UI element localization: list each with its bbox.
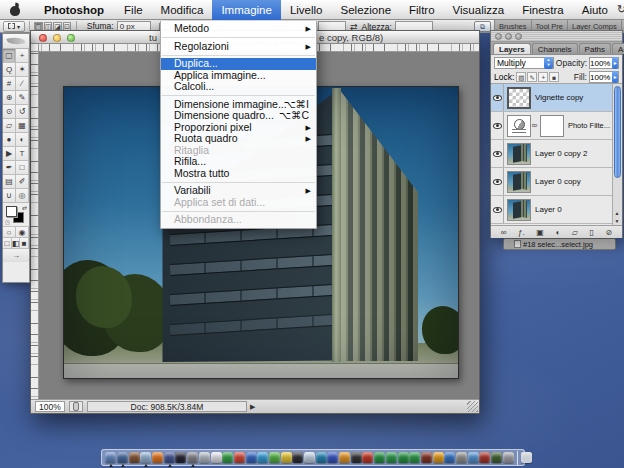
palette-titlebar[interactable] <box>491 31 622 42</box>
scroll-down-icon[interactable]: ▼ <box>613 217 621 225</box>
scrollbar-thumb[interactable] <box>614 86 621 178</box>
dock-icon[interactable] <box>164 452 175 463</box>
tab-actions[interactable]: Actions <box>612 43 624 54</box>
tab-paths[interactable]: Paths <box>579 43 611 54</box>
eye-icon[interactable] <box>493 179 502 185</box>
menu-modifica[interactable]: Modifica <box>152 0 213 20</box>
dock-icon[interactable] <box>479 452 490 463</box>
dock-icon[interactable] <box>269 452 280 463</box>
dock-icon[interactable] <box>491 452 502 463</box>
menu-filtro[interactable]: Filtro <box>400 0 444 20</box>
brush-tool[interactable]: ✎ <box>16 91 29 105</box>
dock-icon[interactable] <box>327 452 338 463</box>
menu-aiuto[interactable]: Aiuto <box>573 0 617 20</box>
opacity-slider-arrow-icon[interactable]: ▸ <box>612 57 618 69</box>
dock-icon[interactable] <box>351 452 362 463</box>
lasso-tool[interactable]: Q <box>3 63 16 77</box>
window-resize-grip[interactable] <box>467 401 478 412</box>
mask-mode-button[interactable]: ○ <box>3 227 16 238</box>
pen-tool[interactable]: ✒ <box>3 161 16 175</box>
visibility-cell[interactable] <box>491 140 504 167</box>
dock-icon[interactable] <box>234 452 245 463</box>
menu-immagine[interactable]: Immagine <box>212 0 281 20</box>
dock-icon[interactable] <box>117 452 128 463</box>
palette-scrollbar[interactable]: ▲ ▼ <box>612 84 622 225</box>
tab-channels[interactable]: Channels <box>532 43 578 54</box>
dock-icon[interactable] <box>362 452 373 463</box>
clone-stamp-tool[interactable]: ⊙ <box>3 105 16 119</box>
dock-icon[interactable] <box>129 452 140 463</box>
menu-photoshop[interactable]: Photoshop <box>35 0 115 20</box>
rectangular-marquee-tool[interactable]: ▢ <box>3 49 16 63</box>
zoom-tool[interactable]: ◎ <box>16 189 29 203</box>
eye-icon[interactable] <box>493 151 502 157</box>
visibility-cell[interactable] <box>491 112 504 139</box>
lock-toggle-icon[interactable]: + <box>538 72 548 82</box>
minimized-document-tab[interactable]: #18 selec...select.jpg <box>503 238 616 250</box>
layer-row[interactable]: Layer 0 <box>491 196 614 224</box>
dock-icon[interactable] <box>281 452 292 463</box>
menu-item-regolazioni[interactable]: Regolazioni▶ <box>161 41 316 53</box>
slice-tool[interactable]: ∕ <box>16 77 29 91</box>
tool-preset-picker[interactable]: ▾ <box>3 21 25 32</box>
menu-selezione[interactable]: Selezione <box>332 0 401 20</box>
type-tool[interactable]: T <box>16 147 29 161</box>
dock-icon[interactable] <box>398 452 409 463</box>
menu-finestra[interactable]: Finestra <box>513 0 573 20</box>
fill-slider-arrow-icon[interactable]: ▸ <box>612 71 618 83</box>
dock-icon[interactable] <box>456 452 467 463</box>
path-selection-tool[interactable]: ▶ <box>3 147 16 161</box>
eye-icon[interactable] <box>493 95 502 101</box>
dock-icon[interactable] <box>386 452 397 463</box>
dock-icon[interactable] <box>292 452 303 463</box>
menu-item-metodo[interactable]: Metodo▶ <box>161 23 316 35</box>
hand-tool[interactable]: ∪ <box>3 189 16 203</box>
foreground-color-swatch[interactable] <box>6 206 17 217</box>
visibility-cell[interactable] <box>491 84 504 111</box>
lock-toggle-icon[interactable]: ✎ <box>527 72 537 82</box>
link-layers-icon[interactable]: ∞ <box>501 228 507 237</box>
layer-row[interactable]: Layer 0 copy 2 <box>491 140 614 168</box>
palette-zoom-button[interactable] <box>515 33 522 40</box>
gradient-tool[interactable]: ▦ <box>16 119 29 133</box>
layer-row[interactable]: Layer 0 copy <box>491 168 614 196</box>
dock-icon[interactable] <box>211 452 222 463</box>
crop-tool[interactable]: # <box>3 77 16 91</box>
screen-mode-button[interactable]: □ <box>3 238 12 249</box>
history-brush-tool[interactable]: ↺ <box>16 105 29 119</box>
layer-style-icon[interactable]: ƒ. <box>518 228 525 237</box>
menu-file[interactable]: File <box>115 0 152 20</box>
dock-icon[interactable] <box>199 452 210 463</box>
layer-group-icon[interactable]: ▱ <box>572 228 578 237</box>
healing-brush-tool[interactable]: ⊕ <box>3 91 16 105</box>
visibility-cell[interactable] <box>491 196 504 223</box>
apple-menu-icon[interactable] <box>10 4 21 16</box>
screen-mode-button[interactable]: ◧ <box>12 238 21 249</box>
menu-item-mostra-tutto[interactable]: Mostra tutto <box>161 168 316 180</box>
blend-mode-select[interactable]: Multiply ▲▼ <box>494 57 554 69</box>
layer-mask-icon[interactable]: ▣ <box>536 228 544 237</box>
dock-icon[interactable] <box>187 452 198 463</box>
tab-layers[interactable]: Layers <box>493 43 531 54</box>
fill-field[interactable]: 100% ▸ <box>589 71 619 83</box>
eraser-tool[interactable]: ▱ <box>3 119 16 133</box>
dock-icon[interactable] <box>374 452 385 463</box>
eyedropper-tool[interactable]: ✐ <box>16 175 29 189</box>
adjustment-layer-icon[interactable]: ◐ <box>555 228 560 237</box>
shape-tool[interactable]: □ <box>16 161 29 175</box>
eye-icon[interactable] <box>493 123 502 129</box>
visibility-cell[interactable] <box>491 168 504 195</box>
menu-visualizza[interactable]: Visualizza <box>444 0 514 20</box>
magic-wand-tool[interactable]: ✶ <box>16 63 29 77</box>
dock-icon[interactable] <box>257 452 268 463</box>
dock-icon[interactable] <box>316 452 327 463</box>
lock-toggle-icon[interactable]: ■ <box>549 72 559 82</box>
palette-minimize-button[interactable] <box>505 33 512 40</box>
scroll-up-icon[interactable]: ▲ <box>613 209 621 217</box>
dock-icon[interactable] <box>468 452 479 463</box>
menu-item-calcoli[interactable]: Calcoli... <box>161 81 316 93</box>
blur-tool[interactable]: ● <box>3 133 16 147</box>
layer-row[interactable]: 8Photo Filte... <box>491 112 614 140</box>
dock-icon[interactable] <box>152 452 163 463</box>
dock-icon[interactable] <box>433 452 444 463</box>
